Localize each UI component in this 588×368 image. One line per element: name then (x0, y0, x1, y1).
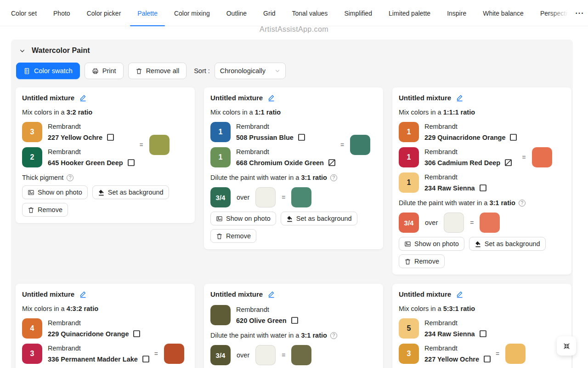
dilution-fraction: 3/4 (216, 351, 226, 359)
help-icon[interactable]: ? (330, 332, 337, 339)
paint-row: 4Rembrandt229 Quinacridone Orange (22, 318, 150, 339)
equals-sign: = (282, 351, 285, 359)
sort-select[interactable]: Chronologically (215, 63, 286, 79)
square-diagonal-icon (328, 159, 336, 167)
tab-tonal-values[interactable]: Tonal values (292, 0, 328, 26)
show-on-photo-button[interactable]: Show on photo (399, 237, 464, 251)
paint-name: 229 Quinacridone Orange (48, 330, 129, 338)
remove-all-button[interactable]: Remove all (128, 63, 187, 79)
help-icon[interactable]: ? (519, 200, 526, 207)
tab-perspective[interactable]: Perspective (540, 0, 571, 26)
paint-row: 2Rembrandt645 Hooker Green Deep (22, 147, 135, 167)
equals-sign: = (154, 350, 158, 357)
remove-button[interactable]: Remove (210, 229, 256, 243)
show-on-photo-label: Show on photo (414, 240, 459, 247)
water-swatch (255, 345, 276, 365)
paint-bucket-icon (475, 241, 481, 247)
paint-amount-swatch: 4 (22, 318, 42, 339)
edit-icon[interactable] (267, 94, 275, 102)
dilute-ratio-value: 3:1 (489, 199, 499, 207)
dilute-ratio-text: Dilute the paint with water in a 3:1 rat… (210, 174, 377, 181)
edit-icon[interactable] (456, 94, 464, 102)
diluted-result-swatch (291, 187, 311, 207)
print-button[interactable]: Print (85, 63, 124, 79)
remove-label: Remove (414, 258, 439, 265)
ratio-word: ratio (78, 109, 92, 116)
paint-name: 227 Yellow Ochre (424, 356, 479, 363)
tab-photo[interactable]: Photo (53, 0, 70, 26)
edit-icon[interactable] (267, 290, 275, 298)
paint-amount-swatch: 1 (399, 122, 419, 142)
trash-icon (216, 233, 223, 240)
tab-palette[interactable]: Palette (137, 0, 158, 26)
square-icon (479, 184, 487, 192)
tab-white-balance[interactable]: White balance (483, 0, 524, 26)
tab-color-picker[interactable]: Color picker (87, 0, 121, 26)
tab-simplified[interactable]: Simplified (344, 0, 372, 26)
remove-button[interactable]: Remove (399, 254, 445, 268)
mix-ratio-value: 4:3:2 (67, 305, 82, 312)
collapse-header[interactable]: Watercolor Paint (11, 40, 573, 55)
ratio-word: ratio (461, 109, 475, 116)
mixture-title: Untitled mixture (399, 94, 451, 102)
ratio-word: ratio (266, 109, 281, 116)
mixture-title: Untitled mixture (399, 290, 451, 298)
edit-icon[interactable] (79, 94, 87, 102)
mixture-title: Untitled mixture (210, 94, 263, 102)
tab-color-set[interactable]: Color set (11, 0, 37, 26)
tabs-scroll-area: Color setPhotoColor pickerPaletteColor m… (0, 0, 571, 26)
paint-brand: Rembrandt (48, 345, 150, 352)
square-diagonal-icon (504, 159, 512, 167)
help-icon[interactable]: ? (67, 174, 74, 181)
over-label: over (425, 219, 438, 226)
over-label: over (237, 194, 249, 201)
result-swatch (164, 344, 184, 364)
mix-ratio-value: 1:1:1 (443, 109, 459, 116)
tab-grid[interactable]: Grid (263, 0, 275, 26)
tab-limited-palette[interactable]: Limited palette (389, 0, 430, 26)
equals-sign: = (470, 219, 474, 226)
chevron-down-icon[interactable] (19, 48, 25, 54)
paint-amount-swatch: 1 (210, 147, 231, 167)
show-on-photo-button[interactable]: Show on photo (210, 212, 276, 225)
mix-ratio-value: 1:1 (255, 109, 265, 116)
square-icon (107, 133, 114, 141)
more-tabs-button[interactable]: ··· (571, 0, 588, 26)
set-as-background-button[interactable]: Set as background (92, 185, 169, 199)
dilution-row: 3/4over= (399, 213, 565, 233)
toolbar: Color swatch Print Remove all Sort : Chr… (16, 63, 568, 79)
remove-button[interactable]: Remove (22, 203, 68, 217)
paint-name: 336 Permanent Madder Lake (48, 356, 138, 363)
picture-icon (28, 189, 34, 196)
tab-color-mixing[interactable]: Color mixing (174, 0, 210, 26)
tab-inspire[interactable]: Inspire (447, 0, 466, 26)
color-swatch-button[interactable]: Color swatch (16, 63, 80, 79)
remove-label: Remove (226, 232, 251, 240)
swatch-amount: 3 (30, 128, 34, 136)
paint-brand: Rembrandt (236, 123, 305, 130)
show-on-photo-label: Show on photo (38, 189, 82, 196)
set-as-background-label: Set as background (296, 215, 352, 222)
set-as-background-button[interactable]: Set as background (281, 212, 357, 225)
sort-selected-value: Chronologically (220, 67, 266, 75)
set-as-background-button[interactable]: Set as background (469, 237, 546, 251)
mix-ratio-text: Mix colors in a 3:2 ratio (22, 109, 188, 116)
paint-name: 227 Yellow Ochre (48, 134, 102, 141)
ratio-word: ratio (84, 305, 98, 312)
compress-view-button[interactable] (557, 336, 576, 356)
help-icon[interactable]: ? (330, 174, 337, 181)
show-on-photo-button[interactable]: Show on photo (22, 185, 88, 199)
water-swatch (444, 213, 464, 233)
swatch-amount: 1 (219, 153, 223, 161)
edit-icon[interactable] (456, 290, 464, 298)
edit-icon[interactable] (79, 290, 87, 298)
tab-outline[interactable]: Outline (226, 0, 247, 26)
trash-icon (28, 207, 34, 213)
paint-row: 1Rembrandt234 Raw Sienna (399, 172, 517, 193)
printer-icon (92, 68, 99, 75)
square-icon (133, 330, 141, 338)
select-chevron-down-icon (275, 68, 280, 74)
thick-pigment-label: Thick pigment? (22, 174, 188, 181)
mix-ratio-text: Mix colors in a 1:1:1 ratio (399, 109, 565, 116)
ratio-word: ratio (312, 332, 327, 339)
